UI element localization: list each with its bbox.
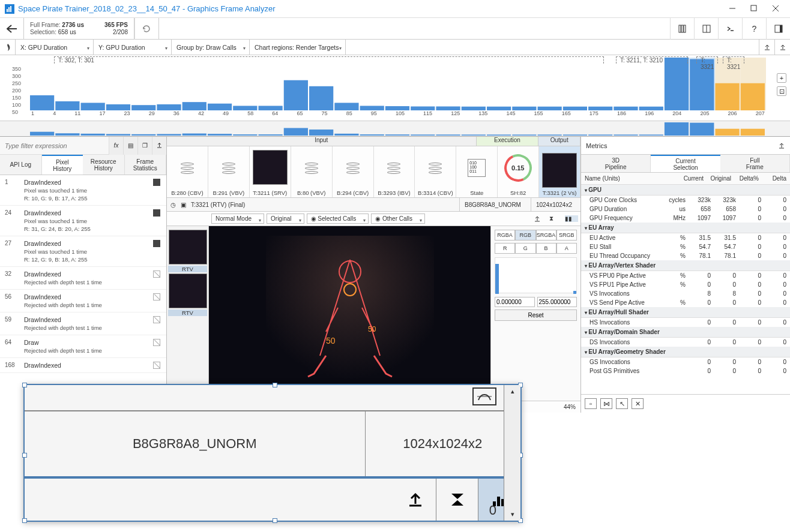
pipe-tab[interactable]: 3D Pipeline — [581, 155, 651, 172]
channel-rgb[interactable]: RGB — [515, 230, 535, 241]
tab-resource-history[interactable]: Resource History — [83, 155, 125, 175]
help-button[interactable]: ? — [742, 18, 766, 40]
original-select[interactable]: Original — [267, 214, 304, 224]
history-item[interactable]: 1DrawIndexedPixel was touched 1 timeR: 1… — [0, 175, 166, 206]
mode-select[interactable]: Normal Mode — [211, 214, 264, 224]
channel-a[interactable]: A — [556, 243, 577, 254]
export-metrics-button[interactable] — [778, 142, 785, 149]
metric-group[interactable]: EU Array/Geometry Shader — [581, 347, 790, 357]
svg-rect-71 — [639, 134, 663, 136]
svg-rect-2 — [10, 6, 11, 12]
metric-group[interactable]: EU Array/Domain Shader — [581, 327, 790, 338]
resource-thumb[interactable]: B:3293 (IBV) — [374, 146, 415, 197]
channel-srgba[interactable]: SRGBA — [536, 230, 556, 241]
svg-rect-80 — [495, 264, 499, 294]
history-item[interactable]: 24DrawIndexedPixel was touched 1 timeR: … — [0, 206, 166, 236]
resource-thumb[interactable]: T:3211 (SRV) — [250, 146, 291, 197]
svg-rect-1 — [8, 7, 10, 12]
pipe-tab[interactable]: Current Selection — [651, 155, 720, 172]
flame-icon[interactable] — [0, 40, 16, 55]
execution-gauge[interactable]: 0.15SH:82 — [498, 146, 539, 197]
chart-bars[interactable] — [30, 58, 766, 110]
other-calls-select[interactable]: ◉ Other Calls — [371, 214, 425, 224]
tab-pixel-history[interactable]: Pixel History — [42, 155, 83, 175]
tab-frame-statistics[interactable]: Frame Statistics — [125, 155, 167, 175]
minimize-button[interactable] — [729, 5, 737, 13]
range-max-input[interactable] — [537, 297, 577, 307]
zoom-in-button[interactable]: + — [777, 73, 786, 83]
panel-button[interactable] — [766, 18, 790, 40]
pipe-tab[interactable]: Full Frame — [720, 155, 790, 172]
metrics-table[interactable]: Name (Units)CurrentOriginalDelta%DeltaGP… — [581, 173, 790, 394]
maximize-button[interactable] — [750, 5, 759, 13]
layout-button-2[interactable] — [694, 18, 718, 40]
zoom-inspector[interactable]: B8G8R8A8_UNORM 1024x1024x2 ▴ ▾ 0 — [23, 384, 522, 413]
rtv-thumbnail[interactable] — [169, 230, 207, 265]
flip-button[interactable]: ⧗ — [549, 215, 562, 223]
chart-regions-select[interactable]: Chart regions: Render Targets — [250, 40, 346, 55]
tab-api-log[interactable]: API Log — [0, 155, 42, 175]
fx-button[interactable]: fx — [109, 137, 123, 155]
resource-thumb[interactable]: B:3314 (CBV) — [415, 146, 456, 197]
zoom-scrollbar[interactable]: ▴ ▾ — [504, 385, 520, 413]
metric-group[interactable]: GPU — [581, 185, 790, 196]
channel-srgb[interactable]: SRGB — [556, 230, 577, 241]
console-button[interactable] — [718, 18, 742, 40]
export-chart-button[interactable] — [759, 40, 774, 55]
overview-bar[interactable] — [0, 121, 790, 137]
list-button[interactable]: ▤ — [123, 137, 137, 155]
y-axis-select[interactable]: Y: GPU Duration — [94, 40, 172, 55]
history-item[interactable]: 56DrawIndexedRejected with depth test 1 … — [0, 290, 166, 312]
channel-g[interactable]: G — [515, 243, 535, 254]
export-filter-button[interactable] — [152, 137, 166, 155]
channel-rgba[interactable]: RGBA — [495, 230, 515, 241]
metric-group[interactable]: EU Array/Vertex Shader — [581, 260, 790, 271]
frame-info: Full Frame: 2736 us Selection: 658 us 36… — [24, 18, 134, 39]
close-button[interactable] — [772, 5, 780, 13]
history-item[interactable]: 27DrawIndexedPixel was touched 1 timeR: … — [0, 236, 166, 267]
rtv-thumbnail[interactable] — [169, 273, 207, 308]
copy-button[interactable]: ❐ — [137, 137, 152, 155]
history-item[interactable]: 64DrawRejected with depth test 1 time — [0, 335, 166, 358]
channel-r[interactable]: R — [495, 243, 515, 254]
pin-button[interactable]: ▫ — [585, 398, 597, 409]
metric-group[interactable]: EU Array — [581, 223, 790, 233]
group-by-select[interactable]: Group by: Draw Calls — [172, 40, 250, 55]
chart-button[interactable]: ⋈ — [600, 398, 612, 409]
resource-thumb[interactable]: B:294 (CBV) — [333, 146, 374, 197]
filter-input[interactable] — [0, 142, 109, 149]
arrow-button[interactable]: ↖ — [616, 398, 628, 409]
y-axis-ticks: 35030025020015010050 — [12, 66, 21, 115]
resource-thumb[interactable]: B:291 (VBV) — [208, 146, 250, 197]
range-min-input[interactable] — [495, 297, 535, 307]
clear-button[interactable]: ✕ — [632, 398, 644, 409]
histogram-button[interactable]: ▮▮ — [565, 215, 578, 222]
export-image-button[interactable] — [534, 215, 547, 223]
output-thumb[interactable]: T:3321 (2 Vs) — [539, 146, 580, 197]
back-button[interactable] — [0, 18, 24, 40]
reset-button[interactable]: Reset — [495, 309, 577, 321]
render-viewport[interactable]: 50 50 — [209, 226, 490, 401]
resource-thumb[interactable]: B:80 (VBV) — [291, 146, 333, 197]
selected-calls-select[interactable]: ◉ Selected Calls — [307, 214, 369, 224]
metrics-toolbar: ▫ ⋈ ↖ ✕ — [581, 394, 790, 413]
svg-rect-58 — [309, 130, 333, 136]
layout-button-1[interactable] — [670, 18, 694, 40]
metric-row: VS FPU0 Pipe Active%0000 — [581, 271, 790, 280]
resource-thumb[interactable]: B:280 (CBV) — [167, 146, 208, 197]
output-header: Output — [538, 137, 580, 146]
zoom-fit-button[interactable]: ⊡ — [777, 86, 786, 96]
x-axis-select[interactable]: X: GPU Duration — [16, 40, 94, 55]
svg-rect-47 — [30, 132, 54, 136]
share-chart-button[interactable] — [774, 40, 790, 55]
viewer-controls: Normal Mode Original ◉ Selected Calls ◉ … — [167, 212, 580, 226]
history-item[interactable]: 59DrawIndexedRejected with depth test 1 … — [0, 312, 166, 335]
resource-thumb[interactable]: 010100011State — [456, 146, 498, 197]
bar-chart[interactable]: 35030025020015010050 T: 302, T: 301 T: 3… — [0, 55, 790, 121]
history-item[interactable]: 32DrawIndexedRejected with depth test 1 … — [0, 267, 166, 290]
channel-b[interactable]: B — [536, 243, 556, 254]
history-item[interactable]: 168DrawIndexed — [0, 358, 166, 373]
pixel-history-list[interactable]: 1DrawIndexedPixel was touched 1 timeR: 1… — [0, 175, 166, 413]
metric-group[interactable]: EU Array/Hull Shader — [581, 307, 790, 318]
refresh-button[interactable] — [134, 18, 158, 40]
